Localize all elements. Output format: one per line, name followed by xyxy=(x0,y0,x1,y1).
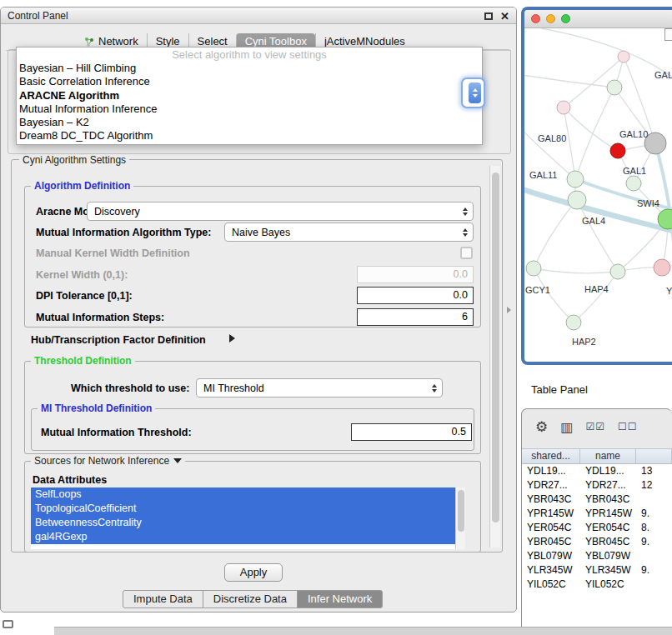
close-button[interactable] xyxy=(531,14,540,23)
bottom-tabs: Impute DataDiscretize DataInfer Network xyxy=(123,590,383,608)
sources-title[interactable]: Sources for Network Inference xyxy=(31,455,185,467)
algorithm-option[interactable]: Bayesian – Hill Climbing xyxy=(17,62,482,75)
column-header[interactable]: name xyxy=(580,449,636,463)
float-icon[interactable] xyxy=(484,12,493,20)
table-panel-window: ⚙▥☑☑☐☐ shared...name YDL19...YDL19...13Y… xyxy=(521,408,672,628)
table-row[interactable]: YDR27...YDR27...12 xyxy=(522,478,672,492)
algorithm-option[interactable]: Mutual Information Inference xyxy=(17,102,482,116)
network-node[interactable] xyxy=(607,80,622,95)
network-graph: GALGAL80GAL10GAL11GAL1SWI4GAL4GCY1HAP4YH… xyxy=(524,28,672,362)
table-cell: YBR045C xyxy=(580,535,636,549)
network-node[interactable] xyxy=(618,51,629,62)
close-icon[interactable]: ✕ xyxy=(500,10,509,22)
expand-icon[interactable] xyxy=(229,334,235,342)
settings-scrollbar-thumb[interactable] xyxy=(492,172,499,522)
combo-arrows-icon xyxy=(432,384,437,392)
table-cell: YBR043C xyxy=(580,492,636,507)
zoom-button[interactable] xyxy=(561,14,570,23)
column-header[interactable] xyxy=(636,449,672,463)
table-cell: YDR27... xyxy=(522,478,580,492)
combo-arrows-icon xyxy=(463,228,468,237)
table-row[interactable]: YIL052CYIL052C xyxy=(522,578,672,592)
table-row[interactable]: YBR045CYBR045C9. xyxy=(522,535,672,549)
mi-threshold-input[interactable]: 0.5 xyxy=(351,423,472,441)
network-node[interactable] xyxy=(610,264,625,279)
algorithm-combobox-fragment[interactable] xyxy=(461,78,485,108)
aracne-mode-select[interactable]: Discovery xyxy=(87,202,474,221)
table-row[interactable]: YBL079WYBL079W xyxy=(522,549,672,563)
kernel-width-input[interactable]: 0.0 xyxy=(357,266,474,283)
network-node[interactable] xyxy=(568,191,586,209)
table-row[interactable]: YDL19...YDL19...13 xyxy=(522,464,672,478)
table-toolbar: ⚙▥☑☑☐☐ xyxy=(535,418,637,436)
table-cell: YBL079W xyxy=(580,549,636,563)
table-cell: YPR145W xyxy=(580,507,636,521)
window-title: Control Panel xyxy=(8,10,68,22)
network-node[interactable] xyxy=(567,171,584,188)
network-node-label: SWI4 xyxy=(637,198,659,208)
scrollbar-fragment[interactable] xyxy=(664,28,672,41)
table-row[interactable]: YLR345WYLR345W9. xyxy=(522,563,672,578)
table-cell: 9. xyxy=(636,563,672,578)
algorithm-option[interactable]: Basic Correlation Inference xyxy=(17,75,482,88)
manual-kernel-checkbox[interactable] xyxy=(460,247,473,259)
data-attribute-item[interactable]: gal4RGexp xyxy=(31,530,455,544)
bottom-tab-impute-data[interactable]: Impute Data xyxy=(123,590,203,608)
algorithm-option[interactable]: Dream8 DC_TDC Algorithm xyxy=(17,129,482,142)
network-edge[interactable] xyxy=(524,187,672,233)
minimize-button[interactable] xyxy=(546,14,555,23)
bottom-tab-infer-network[interactable]: Infer Network xyxy=(297,590,383,608)
network-node[interactable] xyxy=(626,176,641,191)
collapse-icon[interactable] xyxy=(173,458,182,463)
table-cell: YBR045C xyxy=(522,535,580,549)
column-header[interactable]: shared... xyxy=(522,449,580,463)
network-edge[interactable] xyxy=(564,108,575,179)
splitter-arrow-icon[interactable] xyxy=(507,307,511,313)
network-node[interactable] xyxy=(526,261,541,276)
mi-steps-input[interactable]: 6 xyxy=(357,308,474,326)
table-row[interactable]: YPR145WYPR145W9. xyxy=(522,507,672,521)
bottom-tab-discretize-data[interactable]: Discretize Data xyxy=(203,590,298,608)
table-row[interactable]: YBR043CYBR043C xyxy=(522,492,672,507)
window-grip-icon[interactable] xyxy=(3,620,13,628)
network-node-label: Y xyxy=(666,286,672,296)
network-node[interactable] xyxy=(557,101,570,114)
gear-icon[interactable]: ⚙ xyxy=(535,418,548,436)
data-attribute-item[interactable]: BetweennessCentrality xyxy=(31,516,455,530)
network-edge[interactable] xyxy=(575,88,614,179)
algorithm-definition-title: Algorithm Definition xyxy=(31,180,133,192)
network-edge[interactable] xyxy=(574,272,618,322)
hub-section-toggle[interactable]: Hub/Transcription Factor Definition xyxy=(31,334,206,346)
table-cell xyxy=(636,549,672,563)
algorithm-option[interactable]: Bayesian – K2 xyxy=(17,116,482,129)
data-attribute-item[interactable]: SelfLoops xyxy=(31,488,455,502)
table-cell: YDL19... xyxy=(580,464,636,478)
algorithm-option[interactable]: ARACNE Algorithm xyxy=(17,89,482,102)
network-node[interactable] xyxy=(566,315,581,330)
list-scrollbar-thumb[interactable] xyxy=(458,490,464,532)
network-node[interactable] xyxy=(610,143,625,158)
columns-icon[interactable]: ▥ xyxy=(560,419,573,435)
control-panel-window-icons: ✕ xyxy=(484,8,513,24)
network-edge[interactable] xyxy=(534,200,577,268)
dpi-tolerance-input[interactable]: 0.0 xyxy=(357,287,474,304)
network-node[interactable] xyxy=(654,259,670,276)
network-edge[interactable] xyxy=(534,268,618,273)
network-node-label: GAL10 xyxy=(619,129,648,139)
network-node-label: GAL1 xyxy=(623,166,646,176)
table-cell: YIL052C xyxy=(522,578,580,592)
apply-button[interactable]: Apply xyxy=(224,563,283,582)
mi-type-select[interactable]: Naive Bayes xyxy=(224,222,474,242)
network-edge[interactable] xyxy=(564,108,618,151)
settings-scrollbar[interactable] xyxy=(489,166,500,548)
algorithm-dropdown: Select algorithm to view settings Bayesi… xyxy=(16,47,483,145)
unchecked-pair-icon[interactable]: ☐☐ xyxy=(618,421,638,432)
which-threshold-select[interactable]: MI Threshold xyxy=(196,378,443,398)
data-attributes-label: Data Attributes xyxy=(33,474,107,486)
checked-pair-icon[interactable]: ☑☑ xyxy=(585,421,605,432)
table-row[interactable]: YER054CYER054C8. xyxy=(522,521,672,535)
network-edge[interactable] xyxy=(534,268,574,322)
network-edge[interactable] xyxy=(541,28,672,77)
list-scrollbar[interactable] xyxy=(455,488,465,549)
data-attribute-item[interactable]: TopologicalCoefficient xyxy=(31,502,455,516)
